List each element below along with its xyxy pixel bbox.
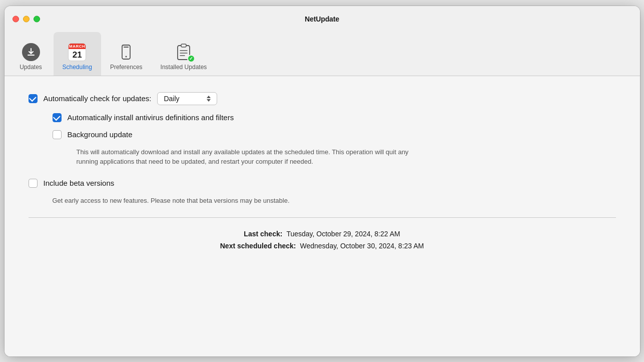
- footer-info: Last check: Tuesday, October 29, 2024, 8…: [29, 230, 616, 250]
- auto-check-checkbox[interactable]: [29, 94, 38, 103]
- installed-updates-tab-icon: ✓: [174, 43, 193, 62]
- tab-scheduling[interactable]: MARCH 21 Scheduling: [54, 32, 101, 76]
- antivirus-label: Automatically install antivirus definiti…: [68, 113, 234, 122]
- antivirus-row: Automatically install antivirus definiti…: [53, 113, 616, 122]
- beta-description: Get early access to new features. Please…: [53, 196, 403, 206]
- tab-scheduling-label: Scheduling: [63, 64, 92, 71]
- tab-updates[interactable]: Updates: [9, 32, 54, 76]
- frequency-dropdown[interactable]: Daily: [157, 92, 217, 105]
- chevron-updown-icon: [206, 95, 212, 103]
- background-update-row: Background update: [53, 130, 616, 139]
- background-update-description: This will automatically download and ins…: [77, 147, 427, 167]
- download-icon: [22, 43, 40, 61]
- beta-label: Include beta versions: [44, 179, 115, 187]
- background-update-label: Background update: [68, 130, 133, 139]
- calendar-month: MARCH: [69, 44, 86, 49]
- sub-options: Automatically install antivirus definiti…: [53, 113, 616, 167]
- last-check-row: Last check: Tuesday, October 29, 2024, 8…: [244, 230, 400, 238]
- last-check-value: Tuesday, October 29, 2024, 8:22 AM: [286, 230, 400, 238]
- next-check-row: Next scheduled check: Wednesday, October…: [220, 242, 424, 250]
- svg-rect-4: [181, 44, 186, 47]
- preferences-tab-icon: [117, 43, 136, 62]
- scheduling-tab-icon: MARCH 21: [68, 43, 87, 62]
- last-check-label: Last check:: [244, 230, 282, 238]
- background-update-checkbox[interactable]: [53, 130, 62, 139]
- tab-preferences-label: Preferences: [110, 64, 143, 71]
- updates-tab-icon: [22, 43, 41, 62]
- toolbar: Updates MARCH 21 Scheduling Preferences: [5, 32, 640, 76]
- app-window: NetUpdate Updates MARCH 21 Schedu: [5, 6, 640, 356]
- calendar-icon: MARCH 21: [68, 43, 86, 61]
- divider: [29, 217, 616, 218]
- title-bar: NetUpdate: [5, 6, 640, 32]
- frequency-selected: Daily: [164, 95, 179, 103]
- next-check-label: Next scheduled check:: [220, 242, 296, 250]
- tab-installed-updates-label: Installed Updates: [161, 64, 207, 71]
- beta-row: Include beta versions: [29, 179, 616, 188]
- auto-check-row: Automatically check for updates: Daily: [29, 92, 616, 105]
- content-area: Automatically check for updates: Daily A…: [5, 76, 640, 356]
- next-check-value: Wednesday, October 30, 2024, 8:23 AM: [300, 242, 424, 250]
- minimize-button[interactable]: [23, 16, 30, 22]
- tab-updates-label: Updates: [20, 64, 42, 71]
- beta-section: Include beta versions Get early access t…: [29, 179, 616, 206]
- tab-installed-updates[interactable]: ✓ Installed Updates: [152, 32, 216, 76]
- close-button[interactable]: [13, 16, 19, 22]
- maximize-button[interactable]: [34, 16, 40, 22]
- tab-preferences[interactable]: Preferences: [101, 32, 152, 76]
- calendar-day: 21: [69, 49, 86, 61]
- beta-checkbox[interactable]: [29, 179, 38, 188]
- auto-check-label: Automatically check for updates:: [44, 94, 152, 103]
- window-title: NetUpdate: [305, 15, 339, 23]
- svg-rect-1: [124, 47, 129, 48]
- svg-point-2: [126, 56, 127, 57]
- traffic-lights: [13, 16, 40, 22]
- antivirus-checkbox[interactable]: [53, 113, 62, 122]
- check-badge-icon: ✓: [187, 55, 195, 63]
